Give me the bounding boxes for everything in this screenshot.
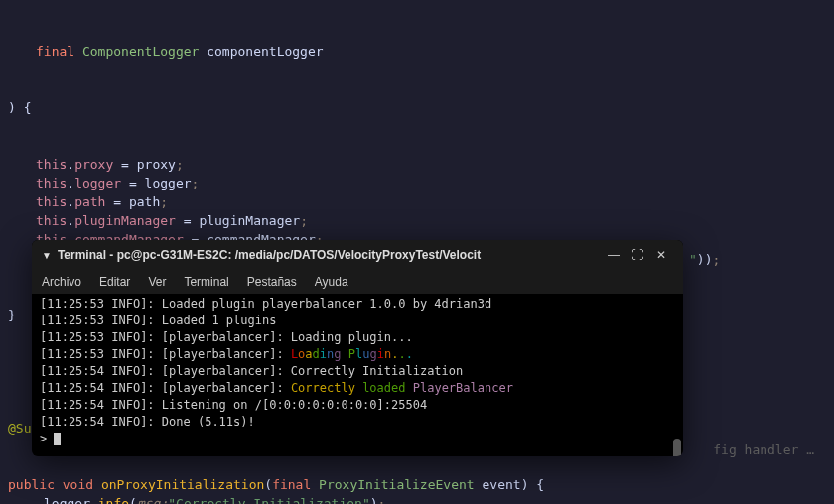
- menu-item-editar[interactable]: Editar: [99, 275, 130, 289]
- dropdown-icon[interactable]: ▼: [42, 250, 52, 261]
- terminal-line: [11:25:53 INFO]: Loaded plugin playerbal…: [40, 296, 675, 313]
- maximize-button[interactable]: ⛶: [626, 248, 649, 262]
- menu-item-archivo[interactable]: Archivo: [42, 275, 81, 289]
- terminal-line: [11:25:53 INFO]: [playerbalancer]: Loadi…: [40, 346, 675, 363]
- terminal-titlebar[interactable]: ▼ Terminal - pc@pc-G31M-ES2C: /media/pc/…: [32, 240, 683, 270]
- code-line: this.path = path;: [0, 192, 834, 211]
- code-fragment: "));: [689, 252, 720, 267]
- menu-item-terminal[interactable]: Terminal: [184, 275, 228, 289]
- terminal-menubar[interactable]: ArchivoEditarVerTerminalPestañasAyuda: [32, 270, 683, 294]
- code-line: this.pluginManager = pluginManager;: [0, 211, 834, 230]
- menu-item-ayuda[interactable]: Ayuda: [315, 275, 348, 289]
- terminal-content[interactable]: [11:25:53 INFO]: Loaded plugin playerbal…: [32, 294, 683, 449]
- code-line: ) {: [0, 98, 834, 117]
- scrollbar-thumb[interactable]: [673, 439, 681, 456]
- terminal-title: Terminal - pc@pc-G31M-ES2C: /media/pc/DA…: [58, 248, 602, 262]
- code-line: this.proxy = proxy;: [0, 155, 834, 174]
- terminal-line: [11:25:54 INFO]: Listening on /[0:0:0:0:…: [40, 397, 675, 414]
- menu-item-pestañas[interactable]: Pestañas: [247, 275, 297, 289]
- terminal-line: [11:25:54 INFO]: Done (5.11s)!: [40, 414, 675, 431]
- close-button[interactable]: ✕: [649, 248, 673, 262]
- terminal-window[interactable]: ▼ Terminal - pc@pc-G31M-ES2C: /media/pc/…: [32, 240, 683, 456]
- code-line: logger.info(msg:"Correctly Initializatio…: [8, 494, 782, 504]
- menu-item-ver[interactable]: Ver: [148, 275, 166, 289]
- code-line: final ComponentLogger componentLogger: [0, 42, 834, 61]
- inlay-hint: fig handler …: [713, 442, 814, 457]
- terminal-prompt[interactable]: >: [40, 431, 675, 447]
- minimize-button[interactable]: —: [602, 248, 626, 262]
- terminal-line: [11:25:54 INFO]: [playerbalancer]: Corre…: [40, 363, 675, 380]
- terminal-line: [11:25:53 INFO]: Loaded 1 plugins: [40, 313, 675, 329]
- terminal-line: [11:25:54 INFO]: [playerbalancer]: Corre…: [40, 380, 675, 397]
- terminal-line: [11:25:53 INFO]: [playerbalancer]: Loadi…: [40, 329, 675, 346]
- code-line: this.logger = logger;: [0, 174, 834, 192]
